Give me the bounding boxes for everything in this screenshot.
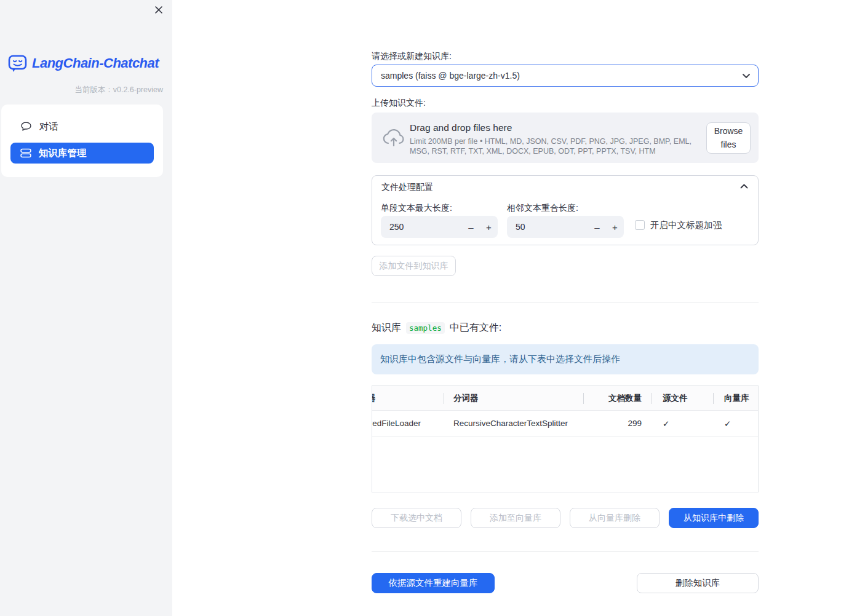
delete-from-kb-button[interactable]: 从知识库中删除 — [669, 508, 759, 528]
kb-files-suffix: 中已有文件: — [450, 322, 501, 334]
divider — [372, 302, 759, 302]
app-logo: LangChain-Chatchat — [7, 53, 159, 74]
kb-files-heading: 知识库 samples 中已有文件: — [372, 322, 501, 334]
chunk-size-stepper: – + — [381, 216, 498, 238]
sidebar-item-chat[interactable]: 对话 — [20, 118, 58, 135]
column-divider — [652, 393, 652, 404]
column-divider — [713, 393, 714, 404]
divider — [372, 551, 759, 552]
chunk-size-decrement[interactable]: – — [462, 222, 480, 232]
zh-title-checkbox-label[interactable]: 开启中文标题加强 — [650, 219, 722, 231]
cell-source-file-check: ✓ — [663, 411, 669, 436]
chunk-size-increment[interactable]: + — [480, 222, 498, 232]
overlap-size-input[interactable] — [507, 222, 588, 232]
delete-kb-button[interactable]: 删除知识库 — [637, 573, 759, 593]
col-header-doc-count[interactable]: 文档数量 — [583, 386, 642, 410]
overlap-size-label: 相邻文本重合长度: — [507, 203, 578, 214]
chevron-up-icon[interactable] — [740, 184, 748, 189]
add-files-to-kb-button[interactable]: 添加文件到知识库 — [372, 256, 456, 276]
close-icon — [154, 5, 164, 15]
cell-loader: UnstructuredFileLoader — [372, 411, 421, 436]
file-dropzone[interactable]: Drag and drop files here Limit 200MB per… — [372, 113, 759, 163]
kb-stack-icon — [20, 148, 31, 159]
rebuild-vector-store-button[interactable]: 依据源文件重建向量库 — [372, 573, 495, 593]
version-value: v0.2.6-preview — [113, 85, 163, 94]
cell-doc-count: 299 — [583, 411, 642, 436]
zh-title-checkbox[interactable] — [635, 220, 645, 230]
chatchat-logo-icon — [7, 53, 28, 74]
chunk-size-input[interactable] — [381, 222, 462, 232]
chat-bubble-icon — [20, 121, 32, 132]
version-label: 当前版本： — [74, 85, 113, 94]
chunk-size-label: 单段文本最大长度: — [381, 203, 452, 214]
sidebar: LangChain-Chatchat 当前版本：v0.2.6-preview 对… — [0, 0, 172, 616]
kb-name-code: samples — [406, 322, 445, 334]
cell-vector-store-check: ✓ — [724, 411, 731, 436]
kb-files-table[interactable]: 文档加载器 分词器 文档数量 源文件 向量库 UnstructuredFileL… — [372, 385, 759, 492]
col-header-loader[interactable]: 文档加载器 — [372, 386, 376, 410]
table-row[interactable]: UnstructuredFileLoader RecursiveCharacte… — [372, 411, 759, 436]
column-divider — [583, 393, 584, 404]
cell-splitter: RecursiveCharacterTextSplitter — [453, 411, 568, 436]
col-header-splitter[interactable]: 分词器 — [453, 386, 479, 410]
kb-select-label: 请选择或新建知识库: — [372, 51, 452, 62]
menu-label-kb: 知识库管理 — [39, 147, 87, 160]
download-selected-button[interactable]: 下载选中文档 — [372, 508, 461, 528]
cloud-upload-icon — [382, 128, 405, 148]
logo-text: LangChain-Chatchat — [32, 55, 159, 71]
col-header-vector-store[interactable]: 向量库 — [724, 386, 749, 410]
browse-files-button[interactable]: Browse files — [706, 122, 751, 154]
chevron-down-icon — [742, 73, 751, 79]
version-text: 当前版本：v0.2.6-preview — [74, 85, 163, 95]
delete-from-vector-store-button[interactable]: 从向量库删除 — [570, 508, 660, 528]
file-config-expander: 文件处理配置 单段文本最大长度: 相邻文本重合长度: – + – + 开启中文标… — [372, 175, 759, 245]
dropzone-title: Drag and drop files here — [410, 122, 512, 133]
sidebar-close-button[interactable] — [153, 4, 165, 17]
menu-label-chat: 对话 — [39, 120, 58, 133]
info-text: 知识库中包含源文件与向量库，请从下表中选择文件后操作 — [380, 353, 620, 365]
col-header-source-file[interactable]: 源文件 — [663, 386, 688, 410]
table-header-row: 文档加载器 分词器 文档数量 源文件 向量库 — [372, 386, 759, 411]
main-content: 请选择或新建知识库: samples (faiss @ bge-large-zh… — [372, 0, 759, 616]
info-banner: 知识库中包含源文件与向量库，请从下表中选择文件后操作 — [372, 344, 759, 374]
kb-select[interactable]: samples (faiss @ bge-large-zh-v1.5) — [372, 65, 759, 87]
sidebar-item-kb-management[interactable]: 知识库管理 — [10, 143, 154, 164]
column-divider — [444, 393, 444, 404]
overlap-size-increment[interactable]: + — [606, 222, 624, 232]
upload-label: 上传知识文件: — [372, 98, 426, 109]
kb-select-value: samples (faiss @ bge-large-zh-v1.5) — [381, 71, 742, 81]
sidebar-menu: 对话 知识库管理 — [1, 105, 163, 177]
app-root: LangChain-Chatchat 当前版本：v0.2.6-preview 对… — [0, 0, 849, 616]
overlap-size-decrement[interactable]: – — [588, 222, 606, 232]
dropzone-limits: Limit 200MB per file • HTML, MD, JSON, C… — [410, 136, 703, 156]
kb-files-prefix: 知识库 — [372, 322, 401, 334]
add-to-vector-store-button[interactable]: 添加至向量库 — [471, 508, 560, 528]
expander-title[interactable]: 文件处理配置 — [381, 182, 433, 193]
overlap-size-stepper: – + — [507, 216, 624, 238]
